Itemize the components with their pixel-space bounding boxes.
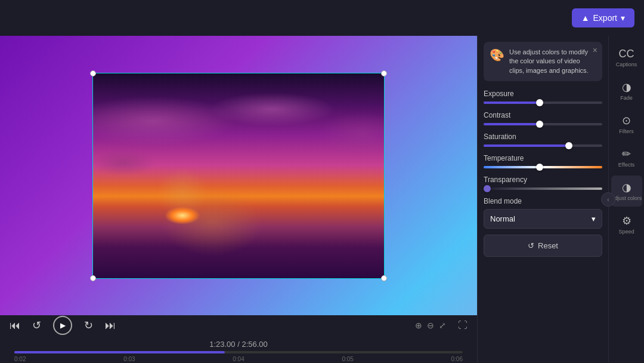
marker-1: 0:02 [14, 356, 26, 362]
fade-label: Fade [620, 95, 633, 101]
blend-mode-value: Normal [490, 214, 515, 223]
adjust-colors-icon: ◑ [622, 181, 631, 194]
exposure-thumb[interactable] [536, 99, 543, 106]
zoom-controls: ⊕ ⊖ ⤢ [415, 321, 446, 330]
contrast-slider-group: Contrast [484, 111, 602, 125]
timeline-progress [14, 351, 225, 353]
sidebar-item-speed[interactable]: ⚙ Speed [611, 209, 642, 240]
corner-handle-bl[interactable] [90, 275, 96, 281]
marker-5: 0:06 [451, 356, 463, 362]
export-chevron-icon: ▾ [621, 13, 625, 23]
cloud-layer [93, 73, 384, 278]
fade-icon: ◑ [622, 81, 631, 94]
panel-content: 🎨 Use adjust colors to modify the color … [478, 36, 608, 363]
skip-back-button[interactable]: ⏮ [10, 319, 20, 332]
saturation-fill [484, 144, 569, 147]
sun-glow [165, 207, 200, 224]
info-close-button[interactable]: × [593, 45, 597, 55]
play-button[interactable]: ▶ [53, 316, 72, 335]
saturation-thumb[interactable] [565, 142, 572, 149]
transparency-track[interactable] [484, 187, 602, 190]
exposure-label: Exposure [484, 90, 602, 98]
video-preview [93, 73, 384, 278]
timeline-markers: 0:02 0:03 0:04 0:05 0:06 [10, 353, 467, 362]
sidebar-item-fade[interactable]: ◑ Fade [611, 75, 642, 106]
reset-label: Reset [538, 241, 558, 250]
temperature-thumb[interactable] [536, 164, 543, 171]
exposure-fill [484, 101, 540, 104]
sidebar-item-captions[interactable]: CC Captions [611, 42, 642, 73]
blend-mode-label: Blend mode [484, 197, 602, 205]
export-button[interactable]: ▲ Export ▾ [572, 8, 634, 27]
playback-bar: ⏮ ↺ ▶ ↻ ⏭ ⊕ ⊖ ⤢ ⛶ 1:23.00 / 2:5 [0, 315, 477, 363]
adjust-colors-panel: ‹ 🎨 Use adjust colors to modify the colo… [477, 36, 608, 363]
filters-icon: ⊙ [622, 114, 631, 127]
sidebar-item-effects[interactable]: ✏ Effects [611, 142, 642, 173]
speed-label: Speed [618, 229, 634, 235]
fit-zoom-button[interactable]: ⤢ [439, 321, 446, 330]
contrast-thumb[interactable] [536, 121, 543, 128]
time-total: 2:56.00 [242, 340, 267, 349]
export-label: Export [593, 13, 617, 23]
timeline-track[interactable] [14, 351, 463, 353]
transparency-thumb[interactable] [484, 185, 491, 192]
topbar: ▲ Export ▾ [0, 0, 644, 36]
captions-icon: CC [619, 48, 634, 60]
temperature-slider-group: Temperature [484, 154, 602, 168]
video-frame [92, 73, 385, 279]
corner-handle-tr[interactable] [381, 70, 387, 76]
sidebar-item-filters[interactable]: ⊙ Filters [611, 109, 642, 140]
saturation-label: Saturation [484, 133, 602, 141]
fullscreen-button[interactable]: ⛶ [458, 320, 467, 331]
adjust-colors-label: Adjust colors [611, 195, 642, 201]
corner-handle-br[interactable] [381, 275, 387, 281]
transparency-label: Transparency [484, 176, 602, 184]
sidebar-item-adjust-colors[interactable]: ◑ Adjust colors [611, 176, 642, 207]
corner-handle-tl[interactable] [90, 70, 96, 76]
marker-4: 0:05 [342, 356, 353, 362]
filters-label: Filters [619, 128, 634, 134]
effects-icon: ✏ [622, 147, 631, 161]
reset-button[interactable]: ↺ Reset [484, 235, 602, 257]
export-icon: ▲ [581, 13, 590, 23]
transparency-slider-group: Transparency [484, 176, 602, 190]
rewind-button[interactable]: ↺ [32, 319, 41, 332]
blend-mode-chevron-icon: ▾ [592, 214, 596, 223]
contrast-label: Contrast [484, 111, 602, 119]
zoom-out-button[interactable]: ⊖ [427, 321, 434, 330]
saturation-track[interactable] [484, 144, 602, 147]
expand-panel-button[interactable]: ‹ [601, 192, 615, 207]
preview-section: ⏮ ↺ ▶ ↻ ⏭ ⊕ ⊖ ⤢ ⛶ 1:23.00 / 2:5 [0, 36, 477, 363]
controls-row: ⏮ ↺ ▶ ↻ ⏭ ⊕ ⊖ ⤢ ⛶ [10, 316, 467, 335]
exposure-slider-group: Exposure [484, 90, 602, 104]
temperature-track[interactable] [484, 166, 602, 168]
contrast-track[interactable] [484, 123, 602, 125]
time-current: 1:23.00 [209, 340, 235, 349]
info-text: Use adjust colors to modify the color va… [509, 48, 596, 75]
time-display: 1:23.00 / 2:56.00 [10, 340, 467, 349]
blend-mode-section: Blend mode Normal ▾ [484, 197, 602, 229]
content-area: ⏮ ↺ ▶ ↻ ⏭ ⊕ ⊖ ⤢ ⛶ 1:23.00 / 2:5 [0, 36, 644, 363]
reset-icon: ↺ [528, 241, 534, 250]
marker-3: 0:04 [233, 356, 244, 362]
video-container [0, 36, 477, 315]
speed-icon: ⚙ [622, 214, 631, 227]
temperature-label: Temperature [484, 154, 602, 162]
captions-label: Captions [616, 61, 637, 67]
forward-button[interactable]: ↻ [84, 319, 93, 332]
info-emoji: 🎨 [490, 48, 504, 62]
saturation-slider-group: Saturation [484, 133, 602, 147]
blend-mode-select[interactable]: Normal ▾ [484, 209, 602, 229]
effects-label: Effects [618, 162, 634, 168]
zoom-in-button[interactable]: ⊕ [415, 321, 422, 330]
skip-forward-button[interactable]: ⏭ [105, 319, 116, 332]
exposure-track[interactable] [484, 101, 602, 104]
info-box: 🎨 Use adjust colors to modify the color … [484, 42, 602, 81]
contrast-fill [484, 123, 540, 125]
marker-2: 0:03 [123, 356, 135, 362]
